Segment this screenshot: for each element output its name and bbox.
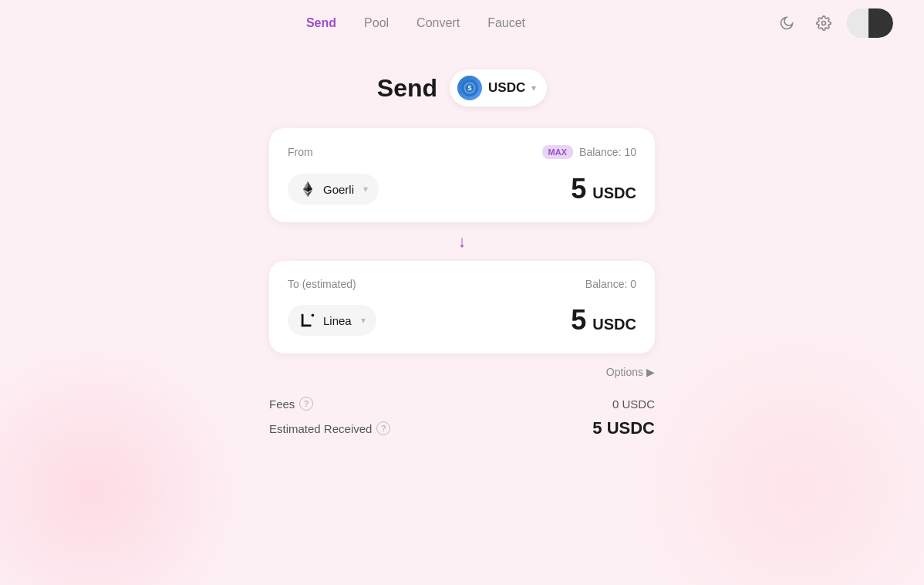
token-selector[interactable]: $ USDC ▾ xyxy=(450,69,547,107)
nav-pool[interactable]: Pool xyxy=(364,16,389,30)
nav-right xyxy=(773,8,893,38)
from-balance: Balance: 10 xyxy=(579,146,636,158)
svg-point-0 xyxy=(822,22,826,25)
from-chain-selector[interactable]: Goerli ▾ xyxy=(288,174,379,205)
to-chain-selector[interactable]: Linea ▾ xyxy=(288,305,376,336)
from-card: From MAX Balance: 10 Goerli xyxy=(269,128,655,222)
from-label: From xyxy=(288,146,313,158)
nav-links: Send Pool Convert Faucet xyxy=(306,16,525,30)
from-chain-name: Goerli xyxy=(323,183,354,196)
estimated-value: 5 USDC xyxy=(592,418,655,438)
estimated-received-row: Estimated Received ? 5 USDC xyxy=(269,418,655,438)
estimated-label-group: Estimated Received ? xyxy=(269,421,390,435)
to-token: USDC xyxy=(592,316,636,333)
from-balance-row: MAX Balance: 10 xyxy=(542,145,636,159)
fees-label: Fees xyxy=(269,397,295,411)
main-content: Send $ USDC ▾ From MAX Balance: 10 xyxy=(0,46,924,446)
from-card-header: From MAX Balance: 10 xyxy=(288,145,636,159)
nav-send[interactable]: Send xyxy=(306,16,336,30)
to-label: To (estimated) xyxy=(288,278,356,290)
estimated-label: Estimated Received xyxy=(269,422,372,435)
settings-button[interactable] xyxy=(810,9,838,37)
to-card-body: Linea ▾ 5 USDC xyxy=(288,304,636,336)
wallet-button[interactable] xyxy=(847,8,893,38)
to-card-header: To (estimated) Balance: 0 xyxy=(288,278,636,290)
fees-row: Fees ? 0 USDC xyxy=(269,397,655,411)
options-row: Options ▶ xyxy=(269,366,655,378)
navbar: Send Pool Convert Faucet xyxy=(0,0,924,46)
to-chain-chevron-icon: ▾ xyxy=(361,315,366,326)
options-arrow-icon: ▶ xyxy=(646,366,655,378)
options-label: Options xyxy=(606,366,643,378)
svg-point-11 xyxy=(312,314,315,317)
to-amount-display: 5 USDC xyxy=(571,304,636,336)
from-amount: 5 xyxy=(571,173,586,205)
nav-faucet[interactable]: Faucet xyxy=(487,16,525,30)
to-card: To (estimated) Balance: 0 Linea ▾ 5 USDC xyxy=(269,261,655,353)
estimated-info-icon[interactable]: ? xyxy=(376,421,390,435)
wallet-chip xyxy=(868,8,893,38)
fees-section: Fees ? 0 USDC Estimated Received ? 5 USD… xyxy=(269,397,655,446)
from-chain-chevron-icon: ▾ xyxy=(363,184,368,194)
fees-value: 0 USDC xyxy=(612,397,655,411)
options-button[interactable]: Options ▶ xyxy=(606,366,655,378)
svg-rect-10 xyxy=(302,325,312,327)
fees-label-group: Fees ? xyxy=(269,397,313,411)
from-amount-display: 5 USDC xyxy=(571,173,636,205)
down-arrow-icon: ↓ xyxy=(458,232,467,252)
arrow-container: ↓ xyxy=(458,222,467,261)
dark-mode-button[interactable] xyxy=(773,9,801,37)
token-chevron-icon: ▾ xyxy=(531,83,536,93)
token-icon: $ xyxy=(457,76,482,100)
max-button[interactable]: MAX xyxy=(542,145,573,159)
to-amount: 5 xyxy=(571,304,586,336)
nav-convert[interactable]: Convert xyxy=(416,16,460,30)
to-chain-name: Linea xyxy=(323,314,352,327)
svg-text:$: $ xyxy=(468,84,472,92)
wallet-address xyxy=(847,8,868,38)
token-name: USDC xyxy=(488,80,525,96)
to-balance: Balance: 0 xyxy=(585,278,636,290)
eth-icon xyxy=(298,180,317,198)
linea-icon xyxy=(298,311,317,330)
send-header: Send $ USDC ▾ xyxy=(377,69,547,107)
fees-info-icon[interactable]: ? xyxy=(299,397,313,411)
page-title: Send xyxy=(377,74,437,103)
from-card-body: Goerli ▾ 5 USDC xyxy=(288,173,636,205)
from-token: USDC xyxy=(592,184,636,202)
